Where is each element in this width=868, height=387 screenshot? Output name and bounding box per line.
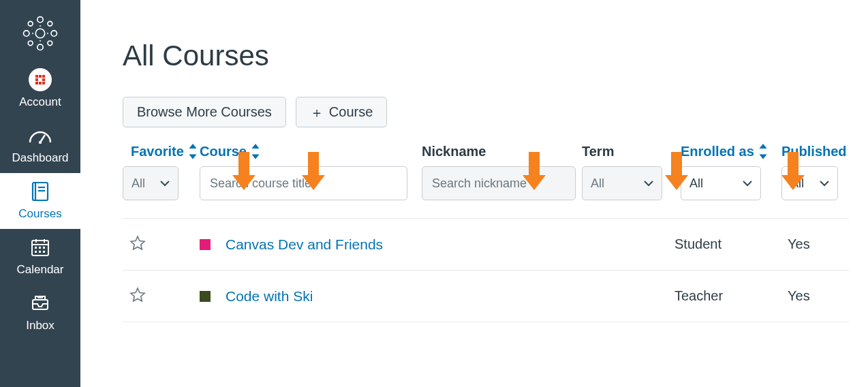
- courses-icon: [31, 181, 50, 202]
- add-course-button[interactable]: ＋ Course: [296, 97, 387, 127]
- sort-by-favorite[interactable]: Favorite: [131, 144, 200, 159]
- column-nickname: Nickname: [422, 144, 582, 200]
- svg-point-1: [37, 17, 43, 22]
- course-color-swatch: [200, 239, 211, 250]
- enrolled-as-cell: Teacher: [675, 288, 788, 304]
- column-label: Nickname: [422, 144, 486, 159]
- column-label: Published: [781, 144, 847, 159]
- svg-rect-34: [43, 247, 45, 249]
- column-label: Term: [582, 144, 614, 159]
- svg-rect-16: [42, 75, 45, 78]
- enrolled-filter-select[interactable]: All: [681, 166, 761, 200]
- account-avatar-icon: [28, 67, 52, 92]
- nav-item-label: Dashboard: [3, 151, 78, 165]
- column-label: Course: [200, 144, 247, 159]
- column-published: Published All: [781, 144, 838, 200]
- nav-item-calendar[interactable]: Calendar: [0, 229, 80, 285]
- nav-item-label: Account: [3, 95, 78, 109]
- column-enrolled: Enrolled as All: [681, 144, 781, 200]
- svg-point-3: [24, 31, 29, 36]
- nav-item-label: Inbox: [3, 319, 78, 332]
- column-headers: Favorite All Course: [123, 144, 849, 200]
- svg-point-7: [28, 41, 33, 46]
- nickname-search[interactable]: [422, 166, 576, 200]
- canvas-logo-icon: [22, 15, 59, 52]
- svg-point-4: [51, 31, 57, 36]
- column-course: Course: [200, 144, 422, 200]
- sort-by-course[interactable]: Course: [200, 144, 422, 159]
- svg-point-13: [29, 68, 52, 91]
- button-label: Browse More Courses: [137, 104, 272, 120]
- published-cell: Yes: [788, 288, 844, 304]
- chevron-down-icon: [160, 180, 170, 187]
- calendar-icon: [30, 237, 50, 258]
- course-link[interactable]: Canvas Dev and Friends: [226, 236, 383, 253]
- table-row: Canvas Dev and Friends Student Yes: [123, 219, 849, 270]
- svg-rect-33: [39, 247, 41, 249]
- dashboard-icon: [29, 127, 52, 144]
- course-search[interactable]: [200, 166, 407, 200]
- page-title: All Courses: [123, 40, 849, 72]
- svg-point-23: [39, 141, 42, 144]
- select-value: All: [131, 176, 145, 191]
- column-favorite: Favorite All: [123, 144, 200, 200]
- svg-point-5: [28, 21, 33, 26]
- select-value: All: [689, 176, 703, 191]
- course-link[interactable]: Code with Ski: [226, 288, 313, 305]
- global-nav: Account Dashboard Courses: [0, 0, 80, 387]
- svg-point-11: [32, 33, 33, 34]
- table-row: Code with Ski Teacher Yes: [123, 270, 849, 322]
- inbox-icon: [30, 293, 50, 313]
- course-search-input[interactable]: [208, 176, 399, 191]
- svg-rect-18: [42, 78, 45, 81]
- published-filter-select[interactable]: All: [781, 166, 838, 200]
- term-filter-select[interactable]: All: [582, 166, 662, 200]
- column-label: Enrolled as: [681, 144, 754, 159]
- nav-item-label: Courses: [3, 207, 78, 221]
- term-heading: Term: [582, 144, 681, 159]
- svg-rect-35: [35, 251, 37, 253]
- sort-by-published[interactable]: Published: [781, 144, 838, 159]
- nav-item-dashboard[interactable]: Dashboard: [0, 117, 80, 173]
- button-label: Course: [329, 104, 373, 120]
- enrolled-as-cell: Student: [675, 236, 788, 252]
- main-content: All Courses Browse More Courses ＋ Course…: [80, 0, 868, 387]
- nav-item-label: Calendar: [3, 263, 78, 277]
- sort-icon: [758, 144, 768, 159]
- svg-rect-19: [35, 82, 38, 84]
- course-color-swatch: [200, 291, 211, 302]
- browse-more-courses-button[interactable]: Browse More Courses: [123, 97, 286, 127]
- svg-rect-15: [39, 75, 42, 78]
- sort-icon: [251, 144, 260, 159]
- published-cell: Yes: [788, 236, 844, 252]
- svg-rect-20: [39, 82, 42, 84]
- svg-rect-36: [39, 251, 41, 253]
- svg-point-9: [40, 25, 41, 27]
- svg-point-10: [40, 40, 41, 42]
- nav-item-inbox[interactable]: Inbox: [0, 285, 80, 341]
- brand-logo[interactable]: [0, 0, 80, 61]
- svg-point-2: [37, 44, 43, 50]
- favorite-filter-select[interactable]: All: [123, 166, 179, 200]
- svg-rect-14: [35, 75, 38, 78]
- nav-item-account[interactable]: Account: [0, 61, 80, 117]
- svg-point-6: [48, 21, 52, 26]
- svg-rect-32: [35, 247, 37, 249]
- svg-rect-21: [42, 82, 45, 84]
- favorite-star-toggle[interactable]: [129, 235, 146, 251]
- nickname-search-input[interactable]: [431, 176, 567, 191]
- svg-point-12: [47, 33, 48, 34]
- sort-icon: [188, 144, 198, 159]
- select-value: All: [790, 176, 804, 191]
- column-term: Term All: [582, 144, 681, 200]
- sort-by-enrolled[interactable]: Enrolled as: [681, 144, 781, 159]
- svg-point-0: [35, 29, 45, 38]
- nav-item-courses[interactable]: Courses: [0, 173, 80, 229]
- svg-rect-37: [43, 251, 45, 253]
- plus-icon: ＋: [310, 106, 324, 119]
- favorite-star-toggle[interactable]: [129, 287, 146, 303]
- svg-rect-17: [35, 78, 38, 81]
- chevron-down-icon: [743, 180, 752, 187]
- chevron-down-icon: [820, 180, 829, 187]
- toolbar: Browse More Courses ＋ Course: [123, 97, 849, 127]
